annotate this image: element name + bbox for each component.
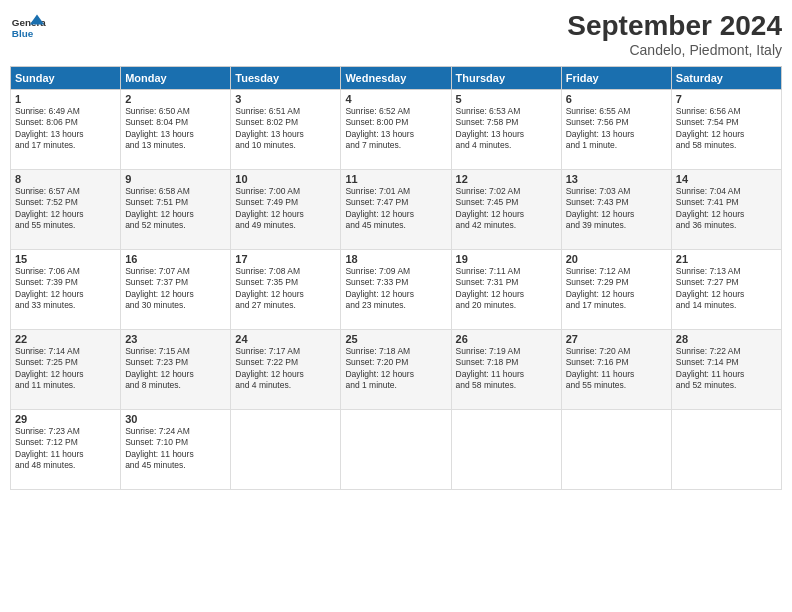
col-wednesday: Wednesday: [341, 67, 451, 90]
day-number: 13: [566, 173, 667, 185]
day-info: Sunrise: 6:55 AM Sunset: 7:56 PM Dayligh…: [566, 106, 667, 152]
day-info: Sunrise: 7:22 AM Sunset: 7:14 PM Dayligh…: [676, 346, 777, 392]
col-monday: Monday: [121, 67, 231, 90]
svg-text:Blue: Blue: [12, 28, 34, 39]
day-number: 28: [676, 333, 777, 345]
day-info: Sunrise: 6:57 AM Sunset: 7:52 PM Dayligh…: [15, 186, 116, 232]
col-friday: Friday: [561, 67, 671, 90]
day-number: 21: [676, 253, 777, 265]
title-area: September 2024 Candelo, Piedmont, Italy: [567, 10, 782, 58]
day-number: 8: [15, 173, 116, 185]
table-row: 16Sunrise: 7:07 AM Sunset: 7:37 PM Dayli…: [121, 250, 231, 330]
table-row: 12Sunrise: 7:02 AM Sunset: 7:45 PM Dayli…: [451, 170, 561, 250]
day-number: 9: [125, 173, 226, 185]
day-number: 29: [15, 413, 116, 425]
day-info: Sunrise: 7:24 AM Sunset: 7:10 PM Dayligh…: [125, 426, 226, 472]
day-number: 30: [125, 413, 226, 425]
table-row: 10Sunrise: 7:00 AM Sunset: 7:49 PM Dayli…: [231, 170, 341, 250]
day-info: Sunrise: 7:19 AM Sunset: 7:18 PM Dayligh…: [456, 346, 557, 392]
table-row: 19Sunrise: 7:11 AM Sunset: 7:31 PM Dayli…: [451, 250, 561, 330]
day-number: 1: [15, 93, 116, 105]
day-number: 6: [566, 93, 667, 105]
table-row: 3Sunrise: 6:51 AM Sunset: 8:02 PM Daylig…: [231, 90, 341, 170]
day-info: Sunrise: 7:20 AM Sunset: 7:16 PM Dayligh…: [566, 346, 667, 392]
day-info: Sunrise: 6:58 AM Sunset: 7:51 PM Dayligh…: [125, 186, 226, 232]
day-number: 18: [345, 253, 446, 265]
logo-icon: General Blue: [10, 10, 46, 46]
day-number: 12: [456, 173, 557, 185]
day-number: 27: [566, 333, 667, 345]
location: Candelo, Piedmont, Italy: [567, 42, 782, 58]
day-info: Sunrise: 7:17 AM Sunset: 7:22 PM Dayligh…: [235, 346, 336, 392]
table-row: 9Sunrise: 6:58 AM Sunset: 7:51 PM Daylig…: [121, 170, 231, 250]
day-number: 3: [235, 93, 336, 105]
table-row: 11Sunrise: 7:01 AM Sunset: 7:47 PM Dayli…: [341, 170, 451, 250]
day-info: Sunrise: 7:07 AM Sunset: 7:37 PM Dayligh…: [125, 266, 226, 312]
table-row: 2Sunrise: 6:50 AM Sunset: 8:04 PM Daylig…: [121, 90, 231, 170]
table-row: [561, 410, 671, 490]
table-row: 27Sunrise: 7:20 AM Sunset: 7:16 PM Dayli…: [561, 330, 671, 410]
day-info: Sunrise: 7:11 AM Sunset: 7:31 PM Dayligh…: [456, 266, 557, 312]
table-row: 13Sunrise: 7:03 AM Sunset: 7:43 PM Dayli…: [561, 170, 671, 250]
day-number: 4: [345, 93, 446, 105]
day-number: 26: [456, 333, 557, 345]
day-number: 17: [235, 253, 336, 265]
day-info: Sunrise: 7:08 AM Sunset: 7:35 PM Dayligh…: [235, 266, 336, 312]
table-row: 8Sunrise: 6:57 AM Sunset: 7:52 PM Daylig…: [11, 170, 121, 250]
table-row: 23Sunrise: 7:15 AM Sunset: 7:23 PM Dayli…: [121, 330, 231, 410]
day-info: Sunrise: 7:14 AM Sunset: 7:25 PM Dayligh…: [15, 346, 116, 392]
calendar-week-row: 1Sunrise: 6:49 AM Sunset: 8:06 PM Daylig…: [11, 90, 782, 170]
table-row: 17Sunrise: 7:08 AM Sunset: 7:35 PM Dayli…: [231, 250, 341, 330]
day-info: Sunrise: 7:01 AM Sunset: 7:47 PM Dayligh…: [345, 186, 446, 232]
day-number: 19: [456, 253, 557, 265]
day-info: Sunrise: 7:18 AM Sunset: 7:20 PM Dayligh…: [345, 346, 446, 392]
table-row: 29Sunrise: 7:23 AM Sunset: 7:12 PM Dayli…: [11, 410, 121, 490]
day-info: Sunrise: 7:13 AM Sunset: 7:27 PM Dayligh…: [676, 266, 777, 312]
table-row: 30Sunrise: 7:24 AM Sunset: 7:10 PM Dayli…: [121, 410, 231, 490]
table-row: [671, 410, 781, 490]
col-sunday: Sunday: [11, 67, 121, 90]
day-info: Sunrise: 6:49 AM Sunset: 8:06 PM Dayligh…: [15, 106, 116, 152]
calendar-week-row: 8Sunrise: 6:57 AM Sunset: 7:52 PM Daylig…: [11, 170, 782, 250]
calendar-header-row: Sunday Monday Tuesday Wednesday Thursday…: [11, 67, 782, 90]
day-number: 22: [15, 333, 116, 345]
day-number: 20: [566, 253, 667, 265]
day-info: Sunrise: 7:03 AM Sunset: 7:43 PM Dayligh…: [566, 186, 667, 232]
table-row: 22Sunrise: 7:14 AM Sunset: 7:25 PM Dayli…: [11, 330, 121, 410]
table-row: 18Sunrise: 7:09 AM Sunset: 7:33 PM Dayli…: [341, 250, 451, 330]
day-info: Sunrise: 6:53 AM Sunset: 7:58 PM Dayligh…: [456, 106, 557, 152]
day-info: Sunrise: 6:56 AM Sunset: 7:54 PM Dayligh…: [676, 106, 777, 152]
table-row: [231, 410, 341, 490]
table-row: 7Sunrise: 6:56 AM Sunset: 7:54 PM Daylig…: [671, 90, 781, 170]
table-row: 26Sunrise: 7:19 AM Sunset: 7:18 PM Dayli…: [451, 330, 561, 410]
table-row: 14Sunrise: 7:04 AM Sunset: 7:41 PM Dayli…: [671, 170, 781, 250]
day-info: Sunrise: 7:02 AM Sunset: 7:45 PM Dayligh…: [456, 186, 557, 232]
table-row: 24Sunrise: 7:17 AM Sunset: 7:22 PM Dayli…: [231, 330, 341, 410]
table-row: 6Sunrise: 6:55 AM Sunset: 7:56 PM Daylig…: [561, 90, 671, 170]
table-row: [341, 410, 451, 490]
table-row: [451, 410, 561, 490]
day-info: Sunrise: 7:23 AM Sunset: 7:12 PM Dayligh…: [15, 426, 116, 472]
logo: General Blue: [10, 10, 46, 46]
calendar-week-row: 22Sunrise: 7:14 AM Sunset: 7:25 PM Dayli…: [11, 330, 782, 410]
day-info: Sunrise: 7:04 AM Sunset: 7:41 PM Dayligh…: [676, 186, 777, 232]
col-thursday: Thursday: [451, 67, 561, 90]
page-header: General Blue September 2024 Candelo, Pie…: [10, 10, 782, 58]
day-info: Sunrise: 7:06 AM Sunset: 7:39 PM Dayligh…: [15, 266, 116, 312]
table-row: 28Sunrise: 7:22 AM Sunset: 7:14 PM Dayli…: [671, 330, 781, 410]
table-row: 20Sunrise: 7:12 AM Sunset: 7:29 PM Dayli…: [561, 250, 671, 330]
day-info: Sunrise: 6:50 AM Sunset: 8:04 PM Dayligh…: [125, 106, 226, 152]
calendar-week-row: 29Sunrise: 7:23 AM Sunset: 7:12 PM Dayli…: [11, 410, 782, 490]
day-number: 15: [15, 253, 116, 265]
day-info: Sunrise: 7:00 AM Sunset: 7:49 PM Dayligh…: [235, 186, 336, 232]
day-number: 10: [235, 173, 336, 185]
table-row: 5Sunrise: 6:53 AM Sunset: 7:58 PM Daylig…: [451, 90, 561, 170]
day-number: 16: [125, 253, 226, 265]
col-saturday: Saturday: [671, 67, 781, 90]
table-row: 1Sunrise: 6:49 AM Sunset: 8:06 PM Daylig…: [11, 90, 121, 170]
day-number: 2: [125, 93, 226, 105]
day-info: Sunrise: 7:09 AM Sunset: 7:33 PM Dayligh…: [345, 266, 446, 312]
day-number: 23: [125, 333, 226, 345]
month-title: September 2024: [567, 10, 782, 42]
calendar-table: Sunday Monday Tuesday Wednesday Thursday…: [10, 66, 782, 490]
